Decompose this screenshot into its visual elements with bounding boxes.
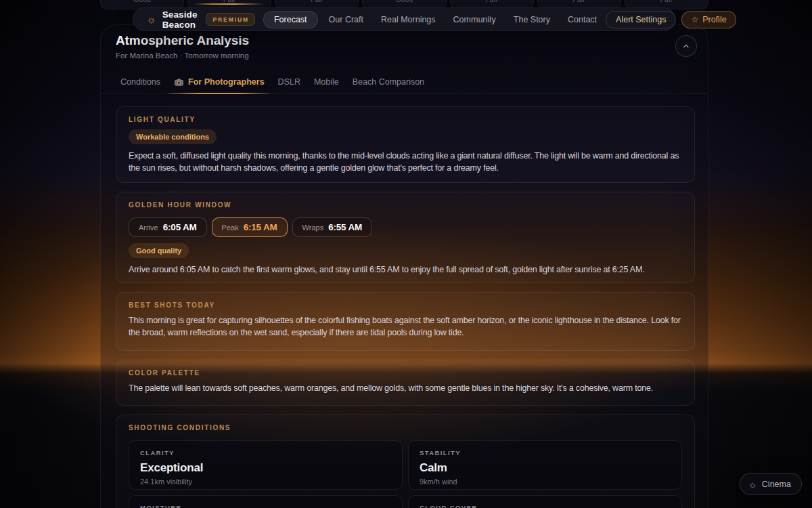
nav-link-the-story[interactable]: The Story [505, 15, 559, 24]
condition-label: STABILITY [420, 449, 671, 457]
section-best-shots-today: BEST SHOTS TODAY This morning is great f… [116, 292, 695, 351]
premium-badge: PREMIUM [206, 13, 254, 26]
condition-label: CLOUD COVER [420, 504, 671, 508]
nav-actions: Alert Settings ☆Profile [606, 11, 736, 28]
camera-icon [174, 77, 184, 87]
brand-name[interactable]: Seaside Beacon [162, 9, 198, 30]
top-navbar: ☼ Seaside Beacon PREMIUM Forecast Our Cr… [133, 7, 675, 31]
panel-header: Atmospheric Analysis For Marina Beach · … [116, 33, 249, 60]
tab-conditions[interactable]: Conditions [115, 70, 166, 93]
good-quality-badge: Good quality [129, 243, 189, 258]
condition-label: MOISTURE [140, 504, 391, 508]
collapse-panel-button[interactable] [675, 35, 697, 57]
day-quality-label: Good [133, 0, 151, 4]
stability-card: STABILITY Calm 9km/h wind [408, 440, 682, 490]
nav-links: Forecast Our Craft Real Mornings Communi… [263, 11, 606, 28]
chip-value: 6:05 AM [163, 222, 197, 232]
moisture-card: MOISTURE [129, 495, 403, 508]
atmospheric-analysis-panel: Atmospheric Analysis For Marina Beach · … [100, 24, 708, 508]
arrive-time-chip: Arrive 6:05 AM [129, 217, 207, 237]
day-quality-label: Good [396, 0, 413, 4]
section-heading: GOLDEN HOUR WINDOW [129, 201, 682, 209]
chevron-up-icon [682, 42, 690, 50]
section-golden-hour-window: GOLDEN HOUR WINDOW Arrive 6:05 AM Peak 6… [116, 192, 695, 283]
best-shots-text: This morning is great for capturing silh… [129, 315, 682, 339]
chip-value: 6:55 AM [328, 222, 362, 232]
section-heading: BEST SHOTS TODAY [129, 301, 682, 309]
section-shooting-conditions: SHOOTING CONDITIONS CLARITY Exceptional … [116, 415, 695, 508]
profile-label: Profile [702, 15, 726, 24]
sun-logo-icon[interactable]: ☼ [147, 14, 156, 24]
wraps-time-chip: Wraps 6:55 AM [292, 217, 372, 237]
cloud-cover-card: CLOUD COVER [408, 495, 682, 508]
section-heading: SHOOTING CONDITIONS [129, 424, 682, 431]
chip-value: 6:15 AM [244, 222, 277, 232]
condition-detail: 9km/h wind [420, 478, 671, 486]
day-quality-label: Fair [573, 0, 585, 4]
section-color-palette: COLOR PALETTE The palette will lean towa… [116, 360, 695, 406]
condition-label: CLARITY [140, 449, 391, 457]
peak-time-chip: Peak 6:15 AM [212, 217, 288, 237]
chip-label: Wraps [302, 224, 324, 232]
color-palette-text: The palette will lean towards soft peach… [129, 383, 682, 395]
tab-for-photographers[interactable]: For Photographers [168, 70, 270, 93]
chip-label: Peak [222, 224, 239, 232]
golden-hour-text: Arrive around 6:05 AM to catch the first… [129, 264, 682, 276]
conditions-grid: CLARITY Exceptional 24.1km visibility ST… [129, 440, 682, 508]
nav-link-community[interactable]: Community [445, 15, 505, 24]
tab-mobile[interactable]: Mobile [309, 70, 344, 93]
day-quality-label: Fair [660, 0, 673, 4]
analysis-tabbar: Conditions For Photographers DSLR Mobile… [101, 70, 708, 94]
nav-link-contact[interactable]: Contact [559, 15, 606, 24]
condition-detail: 24.1km visibility [140, 478, 391, 486]
day-quality-label: Fair [485, 0, 497, 4]
nav-link-our-craft[interactable]: Our Craft [320, 15, 372, 24]
section-heading: COLOR PALETTE [129, 369, 682, 377]
cinema-label: Cinema [762, 480, 791, 489]
golden-hour-chips: Arrive 6:05 AM Peak 6:15 AM Wraps 6:55 A… [129, 217, 682, 237]
profile-button[interactable]: ☆Profile [681, 11, 736, 28]
chip-label: Arrive [139, 224, 158, 232]
section-light-quality: LIGHT QUALITY Workable conditions Expect… [116, 106, 695, 183]
tab-label: For Photographers [188, 77, 265, 87]
page-subtitle: For Marina Beach · Tomorrow morning [116, 51, 249, 60]
sun-brightness-icon: ☼ [748, 480, 757, 489]
day-quality-label: Fair [311, 0, 323, 4]
light-quality-text: Expect a soft, diffused light quality th… [129, 150, 682, 174]
cinema-mode-button[interactable]: ☼ Cinema [740, 473, 802, 495]
clarity-card: CLARITY Exceptional 24.1km visibility [129, 440, 403, 490]
star-icon: ☆ [691, 16, 698, 24]
workable-conditions-badge: Workable conditions [129, 129, 217, 144]
tab-beach-comparison[interactable]: Beach Comparison [347, 70, 430, 93]
condition-value: Exceptional [140, 461, 391, 475]
active-day-underline [194, 3, 265, 5]
section-heading: LIGHT QUALITY [129, 116, 682, 123]
alert-settings-button[interactable]: Alert Settings [606, 11, 676, 28]
nav-link-forecast[interactable]: Forecast [263, 11, 318, 28]
tab-dslr[interactable]: DSLR [273, 70, 306, 93]
page-title: Atmospheric Analysis [116, 33, 249, 48]
condition-value: Calm [420, 461, 671, 475]
nav-link-real-mornings[interactable]: Real Mornings [372, 15, 445, 24]
